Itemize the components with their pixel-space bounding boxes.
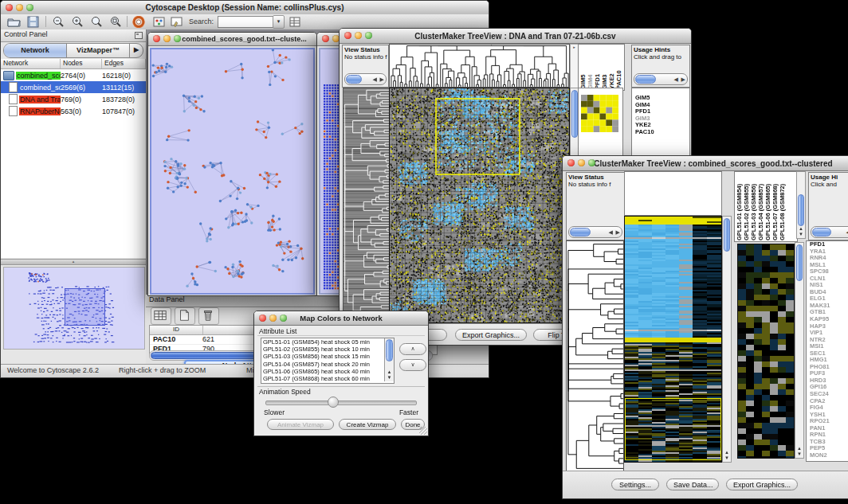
tv2-heatmap-vscrollbar[interactable]: ▲▼ bbox=[722, 216, 732, 463]
scroll-thumb[interactable] bbox=[796, 244, 803, 281]
animate-vizmap-button[interactable]: Animate Vizmap bbox=[267, 419, 334, 430]
zoom-button[interactable] bbox=[588, 159, 595, 166]
scroll-thumb[interactable] bbox=[635, 75, 656, 84]
panel-splitter[interactable]: ▴ bbox=[1, 259, 146, 265]
network-table-row[interactable]: RNAPuberNov2+ 563(0) 107847(0) bbox=[1, 105, 146, 117]
dialog-titlebar[interactable]: Map Colors to Network bbox=[254, 311, 428, 326]
animation-speed-slider[interactable] bbox=[265, 400, 417, 405]
tv2-zoom-vscrollbar[interactable]: ▲▼ bbox=[795, 242, 804, 459]
network-view-titlebar[interactable]: combined_scores_good.txt--cluste... bbox=[148, 33, 316, 46]
attribute-list-item[interactable]: GPL51-01 (GSM854) heat shock 05 min bbox=[261, 338, 394, 346]
column-label[interactable]: PFD1 bbox=[594, 45, 601, 89]
tv1-heatmap[interactable] bbox=[389, 88, 570, 323]
settings-button[interactable]: Settings... bbox=[611, 479, 659, 490]
open-folder-icon[interactable] bbox=[7, 16, 22, 28]
close-button[interactable] bbox=[153, 35, 160, 42]
move-up-button[interactable]: ∧ bbox=[399, 343, 426, 355]
scroll-thumb[interactable] bbox=[571, 90, 578, 138]
zoom-selected-icon[interactable] bbox=[108, 16, 123, 28]
export-graphics-button[interactable]: Export Graphics... bbox=[455, 329, 527, 341]
minimize-button[interactable] bbox=[163, 35, 171, 42]
network-table-row[interactable]: combined_sco 2569(6) 13112(15) bbox=[1, 81, 146, 93]
column-label[interactable]: GPL51-04 (GSM857) bbox=[757, 173, 764, 240]
column-label[interactable]: PAC10 bbox=[615, 45, 622, 89]
column-label[interactable]: GPL51-06 (GSM865) bbox=[764, 173, 771, 240]
close-button[interactable] bbox=[259, 315, 266, 322]
scroll-thumb[interactable] bbox=[812, 228, 831, 236]
tv2-collabel-vscrollbar[interactable]: ▲▼ bbox=[796, 171, 806, 239]
col-edges[interactable]: Edges bbox=[102, 59, 146, 68]
minimize-button[interactable] bbox=[355, 32, 362, 39]
tab-vizmapper[interactable]: VizMapper™ bbox=[67, 44, 129, 57]
create-vizmap-button[interactable]: Create Vizmap bbox=[339, 419, 396, 430]
col-nodes[interactable]: Nodes bbox=[61, 59, 102, 68]
vizmapper-icon[interactable] bbox=[152, 16, 167, 28]
scroll-left-arrow[interactable]: ◀ bbox=[373, 76, 377, 83]
new-document-icon[interactable] bbox=[175, 307, 195, 325]
search-input[interactable] bbox=[218, 16, 275, 28]
tv2-zoom-heatmap[interactable] bbox=[737, 244, 795, 459]
gene-label[interactable]: MON2 bbox=[808, 452, 848, 459]
column-label[interactable]: GIM4 bbox=[587, 45, 594, 89]
close-button[interactable] bbox=[6, 4, 13, 11]
scroll-arrows[interactable]: ▲▼ bbox=[385, 369, 394, 381]
column-label[interactable]: GIM3 bbox=[601, 45, 608, 89]
column-label[interactable]: GPL51-01 (GSM854) bbox=[736, 173, 743, 240]
attribute-list-item[interactable]: GPL51-04 (GSM857) heat shock 20 min bbox=[261, 361, 394, 368]
scroll-thumb[interactable] bbox=[798, 194, 804, 226]
tv2-hints-hscrollbar[interactable]: ◀▶ bbox=[811, 226, 848, 238]
column-label[interactable]: GPL51-03 (GSM856) bbox=[750, 173, 757, 240]
birdseye-view[interactable] bbox=[3, 267, 145, 350]
zoom-button[interactable] bbox=[26, 4, 33, 11]
treeview2-titlebar[interactable]: ClusterMaker TreeView : combined_scores_… bbox=[563, 156, 848, 171]
resize-grip[interactable] bbox=[419, 427, 427, 435]
tv1-column-dendrogram[interactable] bbox=[389, 44, 570, 88]
network-table-row[interactable]: combined_scores_ 2764(0) 16218(0) bbox=[1, 69, 146, 81]
network-table-row[interactable]: DNA and Tran 07 769(0) 183728(0) bbox=[1, 93, 146, 105]
slider-thumb[interactable] bbox=[328, 397, 339, 408]
scroll-left-arrow[interactable]: ◀ bbox=[609, 229, 613, 236]
zoom-button[interactable] bbox=[174, 35, 181, 42]
trash-icon[interactable] bbox=[198, 307, 219, 325]
save-icon[interactable] bbox=[26, 16, 41, 28]
attribute-list-item[interactable]: GPL51-07 (GSM868) heat shock 60 min bbox=[261, 375, 394, 382]
column-label[interactable]: YKE2 bbox=[608, 45, 615, 89]
annotation-icon[interactable] bbox=[170, 16, 184, 28]
tv2-row-dendrogram[interactable] bbox=[566, 240, 624, 471]
zoom-button[interactable] bbox=[365, 32, 372, 39]
export-graphics-button[interactable]: Export Graphics... bbox=[726, 479, 798, 490]
treeview1-titlebar[interactable]: ClusterMaker TreeView : DNA and Tran 07-… bbox=[340, 29, 691, 44]
column-label[interactable]: GIM5 bbox=[579, 45, 587, 89]
col-id[interactable]: ID bbox=[150, 326, 203, 334]
search-dropdown-icon[interactable]: ▾ bbox=[273, 15, 285, 29]
scroll-thumb[interactable] bbox=[724, 218, 730, 252]
tv1-row-dendrogram[interactable] bbox=[343, 88, 390, 323]
network-graph-canvas[interactable] bbox=[150, 48, 315, 295]
minimize-button[interactable] bbox=[16, 4, 23, 11]
tv2-heatmap[interactable] bbox=[624, 216, 722, 463]
scroll-thumb[interactable] bbox=[346, 75, 362, 84]
column-label[interactable]: GPL51-08 (GSM872) bbox=[779, 173, 786, 240]
column-label[interactable]: GPL51-07 (GSM868) bbox=[771, 173, 779, 240]
scroll-arrows[interactable]: ▲▼ bbox=[797, 226, 805, 237]
zoom-in-icon[interactable] bbox=[70, 16, 84, 28]
tv2-status-hscrollbar[interactable]: ◀▶ bbox=[568, 226, 622, 238]
scroll-right-arrow[interactable]: ▶ bbox=[380, 76, 384, 83]
minimize-button[interactable] bbox=[269, 315, 277, 322]
zoom-actual-icon[interactable] bbox=[89, 16, 104, 28]
tab-network[interactable]: Network bbox=[4, 44, 67, 57]
save-data-button[interactable]: Save Data... bbox=[666, 479, 719, 490]
attribute-grid-icon[interactable] bbox=[288, 16, 302, 28]
zoom-button[interactable] bbox=[280, 315, 287, 322]
scroll-arrows[interactable]: ▲▼ bbox=[723, 450, 731, 461]
help-lifebuoy-icon[interactable] bbox=[132, 16, 146, 28]
scroll-thumb[interactable] bbox=[386, 339, 393, 361]
close-button[interactable] bbox=[344, 32, 351, 39]
zoom-out-icon[interactable] bbox=[51, 16, 65, 28]
move-down-button[interactable]: ∨ bbox=[399, 359, 426, 371]
close-button[interactable] bbox=[322, 35, 329, 42]
scroll-left-arrow[interactable]: ◀ bbox=[674, 76, 678, 83]
float-panel-icon[interactable] bbox=[135, 32, 143, 39]
main-titlebar[interactable]: Cytoscape Desktop (Session Name: collins… bbox=[1, 1, 489, 15]
scroll-right-arrow[interactable]: ▶ bbox=[616, 229, 620, 236]
